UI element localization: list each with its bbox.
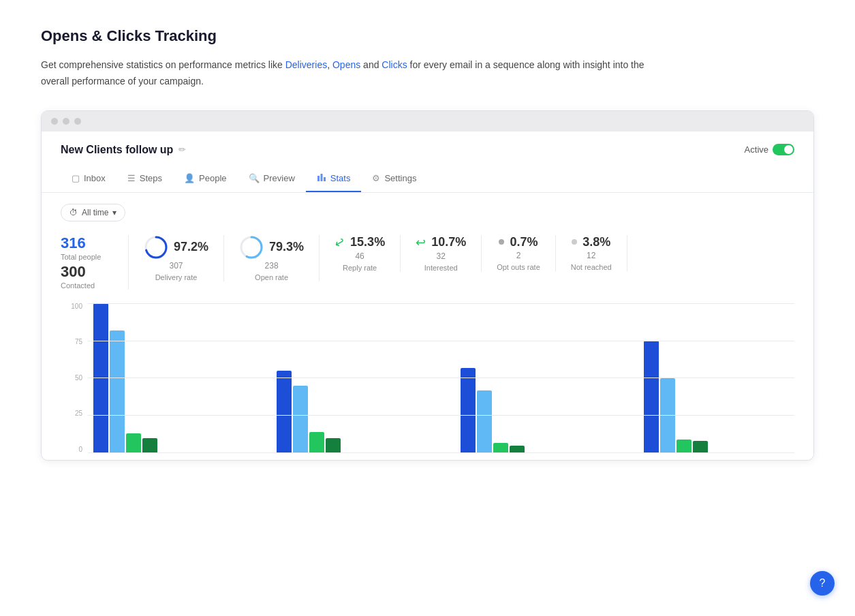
optouts-label: Opt outs rate — [497, 263, 540, 271]
total-people-value: 316 — [61, 235, 86, 251]
interested-label: Interested — [424, 264, 458, 272]
app-content: New Clients follow up ✏ Active ▢ Inbox ☰… — [42, 132, 813, 460]
bar-group-4 — [638, 341, 794, 453]
bar-group-2 — [271, 371, 427, 453]
interested-count: 32 — [436, 251, 445, 261]
bar-group-1 — [88, 303, 244, 453]
browser-dot-3 — [74, 118, 81, 125]
svg-rect-1 — [320, 174, 322, 181]
chart-with-axis: 100 75 50 25 0 — [61, 303, 794, 453]
y-label-50: 50 — [75, 375, 82, 382]
people-icon: 👤 — [184, 173, 195, 183]
main-content: ⏱ All time ▾ 316 Total people 300 Contac… — [42, 193, 813, 460]
reply-icon-row: ↩ 15.3% — [335, 235, 385, 250]
tab-inbox[interactable]: ▢ Inbox — [61, 166, 116, 192]
tab-stats[interactable]: Stats — [306, 166, 362, 192]
contacted-label: Contacted — [61, 281, 95, 290]
browser-window: New Clients follow up ✏ Active ▢ Inbox ☰… — [41, 110, 814, 461]
contacted-value: 300 — [61, 264, 86, 280]
stat-interested: ↩ 10.7% 32 Interested — [401, 235, 482, 272]
active-label: Active — [745, 144, 768, 155]
campaign-title-row: New Clients follow up ✏ — [61, 144, 186, 156]
total-people-label: Total people — [61, 253, 101, 261]
notreached-dot-icon — [572, 239, 577, 245]
notreached-count: 12 — [587, 251, 595, 260]
chevron-down-icon: ▾ — [112, 208, 116, 217]
interested-icon-row: ↩ 10.7% — [416, 235, 466, 250]
bar-4-4 — [693, 441, 708, 453]
tab-settings[interactable]: ⚙ Settings — [361, 166, 427, 192]
preview-icon: 🔍 — [249, 173, 260, 183]
bar-1-2 — [110, 330, 125, 453]
app-header-top: New Clients follow up ✏ Active — [61, 144, 794, 156]
filter-bar: ⏱ All time ▾ — [61, 204, 794, 221]
bar-2-3 — [309, 432, 324, 453]
campaign-title: New Clients follow up — [61, 144, 173, 156]
tab-preview[interactable]: 🔍 Preview — [238, 166, 306, 192]
tab-people-label: People — [199, 173, 226, 183]
chart-container: 100 75 50 25 0 — [61, 303, 794, 460]
stat-delivery: 97.2% 307 Delivery rate — [129, 235, 224, 281]
bar-3-3 — [493, 443, 508, 453]
svg-rect-2 — [324, 177, 326, 181]
interested-percent: 10.7% — [431, 235, 466, 249]
notreached-label: Not reached — [571, 263, 612, 271]
tab-preview-label: Preview — [264, 173, 295, 183]
stat-optouts: 0.7% 2 Opt outs rate — [482, 235, 556, 271]
optouts-count: 2 — [516, 251, 521, 260]
optouts-icon-row: 0.7% — [499, 235, 538, 249]
stats-row: 316 Total people 300 Contacted 97.2% 307 — [61, 235, 794, 290]
nav-tabs: ▢ Inbox ☰ Steps 👤 People 🔍 Preview — [61, 166, 794, 192]
delivery-circle — [144, 235, 168, 260]
stats-icon — [317, 172, 326, 184]
y-axis: 100 75 50 25 0 — [61, 303, 82, 453]
reply-arrow-icon: ↩ — [332, 233, 348, 251]
open-circle-row: 79.3% — [239, 235, 304, 260]
stat-total-people: 316 Total people 300 Contacted — [61, 235, 129, 290]
tab-steps[interactable]: ☰ Steps — [116, 166, 173, 192]
bar-1-4 — [142, 438, 157, 453]
stat-open: 79.3% 238 Open rate — [224, 235, 320, 281]
open-circle — [239, 235, 264, 260]
settings-icon: ⚙ — [372, 173, 380, 183]
open-count: 238 — [265, 261, 279, 271]
stat-notreached: 3.8% 12 Not reached — [556, 235, 627, 271]
delivery-label: Delivery rate — [155, 273, 198, 281]
interested-arrow-icon: ↩ — [416, 235, 426, 250]
bar-4-3 — [677, 440, 691, 453]
y-label-100: 100 — [71, 303, 82, 310]
bar-group-3 — [455, 368, 611, 453]
delivery-percent: 97.2% — [174, 240, 208, 254]
delivery-count: 307 — [170, 261, 183, 271]
inbox-icon: ▢ — [72, 173, 80, 183]
notreached-icon-row: 3.8% — [572, 235, 610, 249]
optouts-dot-icon — [499, 239, 504, 245]
time-filter-button[interactable]: ⏱ All time ▾ — [61, 204, 125, 221]
browser-titlebar — [42, 111, 813, 132]
page-description: Get comprehensive statistics on performa… — [41, 57, 654, 90]
y-label-75: 75 — [75, 339, 82, 345]
filter-label: All time — [82, 208, 108, 217]
optouts-percent: 0.7% — [510, 235, 538, 249]
clock-icon: ⏱ — [69, 208, 78, 217]
bar-4-1 — [644, 341, 659, 453]
bar-2-2 — [293, 386, 308, 453]
chart-bars-area — [88, 303, 794, 453]
active-toggle[interactable] — [773, 144, 794, 155]
y-label-0: 0 — [78, 446, 82, 453]
active-badge: Active — [745, 144, 794, 155]
tab-steps-label: Steps — [140, 173, 162, 183]
bar-3-4 — [510, 446, 525, 453]
stat-reply: ↩ 15.3% 46 Reply rate — [320, 235, 401, 272]
open-percent: 79.3% — [269, 240, 304, 254]
open-label: Open rate — [255, 273, 288, 281]
bar-3-1 — [461, 368, 476, 453]
tab-inbox-label: Inbox — [84, 173, 106, 183]
notreached-percent: 3.8% — [582, 235, 610, 249]
bar-2-1 — [277, 371, 292, 453]
edit-icon[interactable]: ✏ — [178, 144, 186, 155]
browser-dot-1 — [51, 118, 58, 125]
delivery-circle-row: 97.2% — [144, 235, 208, 260]
tab-people[interactable]: 👤 People — [173, 166, 237, 192]
svg-rect-0 — [317, 176, 320, 181]
